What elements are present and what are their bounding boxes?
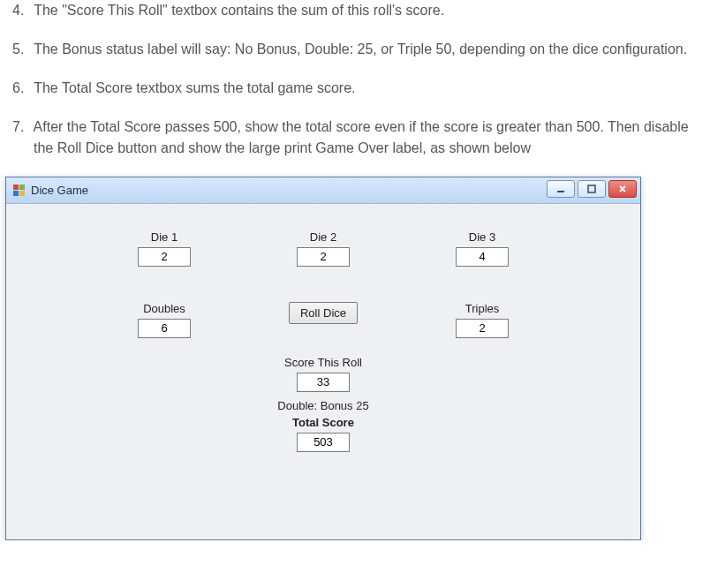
svg-rect-2 [13,191,19,196]
app-icon [13,185,26,197]
die2-textbox[interactable]: 2 [297,247,350,267]
instructions-list: 4. The "Score This Roll" textbox contain… [0,0,710,159]
triples-group: Triples 2 [434,302,531,338]
item-number: 4. [12,0,30,21]
triples-label: Triples [434,302,531,315]
svg-rect-5 [588,185,595,192]
minimize-button[interactable] [547,180,575,198]
die1-group: Die 1 2 [116,230,213,267]
instruction-item: 7. After the Total Score passes 500, sho… [11,117,699,159]
score-this-roll-label: Score This Roll [6,356,640,369]
instruction-item: 4. The "Score This Roll" textbox contain… [11,0,699,21]
doubles-textbox[interactable]: 6 [138,319,191,338]
titlebar[interactable]: Dice Game [6,177,640,204]
svg-rect-0 [13,185,19,190]
item-text: The "Score This Roll" textbox contains t… [34,3,444,18]
die2-label: Die 2 [275,230,372,244]
svg-rect-4 [557,191,564,192]
item-number: 6. [12,78,30,99]
close-button[interactable] [608,180,637,198]
middle-row: Doubles 6 Roll Dice Triples 2 [6,302,640,338]
app-window: Dice Game Die 1 2 Die 2 2 Die 3 [5,177,641,540]
triples-textbox[interactable]: 2 [456,319,509,338]
bonus-status-label: Double: Bonus 25 [6,399,640,412]
instruction-item: 5. The Bonus status label will say: No B… [11,39,699,60]
die3-label: Die 3 [434,230,531,244]
die2-group: Die 2 2 [275,230,372,267]
doubles-group: Doubles 6 [116,302,213,338]
item-number: 7. [12,117,30,138]
die3-group: Die 3 4 [434,230,531,267]
window-title: Dice Game [31,184,88,197]
window-controls [547,180,637,198]
item-text: After the Total Score passes 500, show t… [34,119,689,155]
maximize-button[interactable] [578,180,606,198]
die1-label: Die 1 [116,230,213,244]
score-this-roll-textbox[interactable]: 33 [297,373,350,392]
svg-rect-3 [19,191,25,196]
item-text: The Total Score textbox sums the total g… [34,80,355,95]
doubles-label: Doubles [116,302,213,315]
item-number: 5. [12,39,30,60]
client-area: Die 1 2 Die 2 2 Die 3 4 Doubles 6 Roll D… [6,204,640,539]
item-text: The Bonus status label will say: No Bonu… [34,41,687,57]
die3-textbox[interactable]: 4 [456,247,509,267]
total-score-label: Total Score [6,416,640,429]
roll-group: Roll Dice [275,302,372,338]
total-score-textbox[interactable]: 503 [297,433,350,452]
svg-rect-1 [19,185,25,190]
score-stack: Score This Roll 33 Double: Bonus 25 Tota… [6,356,640,452]
roll-dice-button[interactable]: Roll Dice [289,302,358,324]
dice-row: Die 1 2 Die 2 2 Die 3 4 [6,230,640,267]
instruction-item: 6. The Total Score textbox sums the tota… [11,78,699,99]
die1-textbox[interactable]: 2 [138,247,191,267]
